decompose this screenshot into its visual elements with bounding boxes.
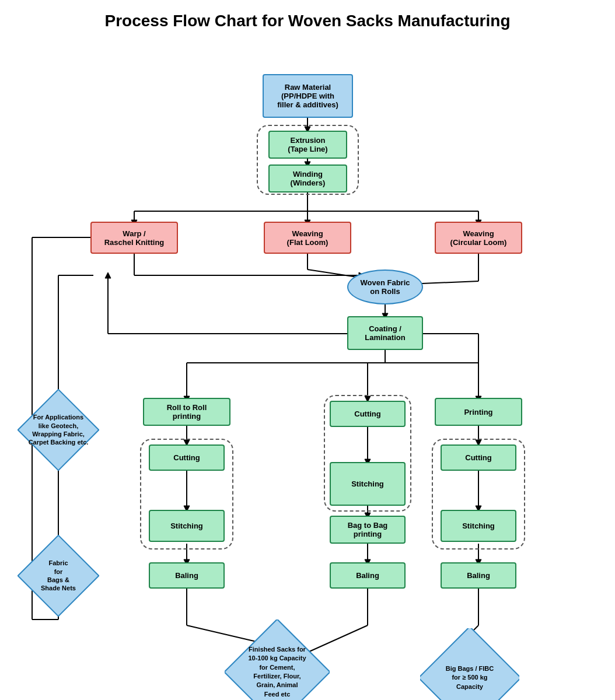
printing-right-node: Printing bbox=[435, 398, 522, 426]
weaving-circular-node: Weaving (Circular Loom) bbox=[435, 222, 522, 254]
weaving-flat-node: Weaving (Flat Loom) bbox=[264, 222, 351, 254]
big-bags-diamond: Big Bags / FIBC for ≥ 500 kg Capacity bbox=[420, 628, 519, 700]
svg-marker-24 bbox=[105, 272, 111, 278]
baling-mid-node: Baling bbox=[330, 562, 406, 589]
stitching-left-node: Stitching bbox=[149, 510, 225, 542]
woven-fabric-node: Woven Fabric on Rolls bbox=[347, 270, 423, 304]
stitching-right-node: Stitching bbox=[441, 510, 516, 542]
bag-to-bag-node: Bag to Bag printing bbox=[330, 516, 406, 544]
cutting-mid-node: Cutting bbox=[330, 401, 406, 427]
page-title: Process Flow Chart for Woven Sacks Manuf… bbox=[0, 0, 615, 36]
finished-sacks-diamond: Finished Sacks for 10-100 kg Capacity fo… bbox=[225, 620, 330, 700]
fabric-bags-diamond: Fabric for Bags & Shade Nets bbox=[18, 535, 99, 617]
extrusion-node: Extrusion (Tape Line) bbox=[268, 131, 347, 159]
stitching-mid-node: Stitching bbox=[330, 462, 406, 506]
raw-material-node: Raw Material (PP/HDPE with filler & addi… bbox=[263, 74, 353, 118]
for-applications-diamond: For Applications like Geotech, Wrapping … bbox=[18, 389, 99, 471]
baling-right-node: Baling bbox=[441, 562, 516, 589]
roll-to-roll-node: Roll to Roll printing bbox=[143, 398, 230, 426]
cutting-right-node: Cutting bbox=[441, 444, 516, 471]
coating-node: Coating / Lamination bbox=[347, 316, 423, 350]
baling-left-node: Baling bbox=[149, 562, 225, 589]
winding-node: Winding (Winders) bbox=[268, 164, 347, 192]
warp-node: Warp / Raschel Knitting bbox=[90, 222, 178, 254]
cutting-left-node: Cutting bbox=[149, 444, 225, 471]
